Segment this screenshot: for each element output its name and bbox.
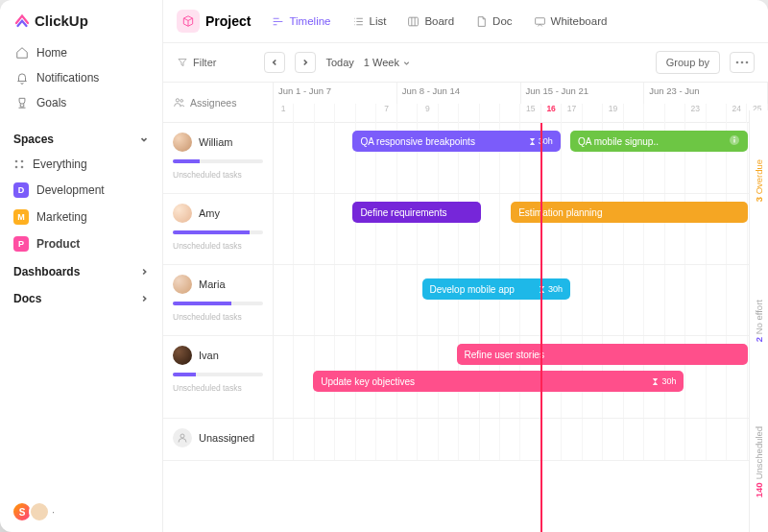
task-label: QA mobile signup..: [578, 136, 659, 147]
tab-whiteboard-label: Whiteboard: [551, 15, 608, 27]
day-label: [500, 104, 520, 123]
tab-list[interactable]: List: [345, 11, 395, 33]
tab-doc[interactable]: Doc: [468, 11, 519, 33]
count: 140: [754, 482, 764, 497]
lane-maria[interactable]: Develop mobile app 30h: [274, 265, 768, 335]
docs-header[interactable]: Docs: [0, 284, 162, 311]
sidebar: ClickUp Home Notifications Goals Spaces …: [0, 0, 163, 532]
svg-point-8: [746, 61, 749, 64]
task-define-requirements[interactable]: Define requirements: [352, 202, 481, 223]
assignee-name: Unassigned: [199, 432, 254, 444]
filter-icon: [177, 57, 188, 68]
presence-more: ·: [52, 506, 55, 518]
task-estimation-planning[interactable]: Estimation planning: [511, 202, 748, 223]
lane-amy[interactable]: Define requirements Estimation planning: [274, 194, 768, 264]
dashboards-header[interactable]: Dashboards: [0, 257, 162, 284]
avatar: [173, 346, 192, 365]
filter-button[interactable]: Filter: [177, 57, 216, 68]
task-hours: 30h: [651, 376, 676, 386]
lane-unassigned[interactable]: [274, 419, 768, 460]
nav-home[interactable]: Home: [8, 40, 155, 65]
trophy-icon: [15, 96, 29, 109]
tab-board[interactable]: Board: [399, 11, 462, 33]
day-label: [583, 104, 603, 123]
assignee-name: William: [199, 136, 232, 148]
space-development[interactable]: D Development: [0, 177, 162, 204]
assignee-name: Maria: [199, 278, 226, 290]
space-marketing[interactable]: M Marketing: [0, 204, 162, 230]
unscheduled-label[interactable]: Unscheduled tasks: [173, 312, 263, 322]
timeline-body: William Unscheduled tasks QA responsive …: [163, 123, 768, 532]
lane-william[interactable]: QA responsive breakpoints 30h QA mobile …: [274, 123, 768, 193]
row-ivan: Ivan Unscheduled tasks Refine user stori…: [163, 336, 768, 419]
more-icon: [735, 60, 749, 64]
range-selector[interactable]: 1 Week: [364, 57, 411, 68]
row-maria-header[interactable]: Maria Unscheduled tasks: [163, 265, 274, 335]
timeline-icon: [272, 15, 284, 28]
info-icon: [729, 134, 740, 148]
rail-unscheduled[interactable]: 140Unscheduled: [750, 392, 768, 532]
presence-bar[interactable]: S ·: [12, 501, 55, 522]
count: 2: [754, 337, 764, 342]
unscheduled-label[interactable]: Unscheduled tasks: [173, 170, 263, 180]
next-button[interactable]: [295, 52, 316, 73]
space-everything[interactable]: Everything: [0, 152, 162, 177]
space-everything-label: Everything: [33, 157, 87, 171]
project-title: Project: [205, 13, 251, 29]
capacity-bar: [173, 302, 263, 305]
spaces-header[interactable]: Spaces: [0, 125, 162, 152]
chevron-down-icon: [402, 59, 411, 67]
grouping-column-header[interactable]: Assignees: [163, 83, 274, 122]
nav-notifications[interactable]: Notifications: [8, 65, 155, 90]
day-label: [459, 104, 479, 123]
task-develop-mobile[interactable]: Develop mobile app 30h: [422, 278, 571, 300]
week-label: Jun 1 - Jun 7: [274, 83, 397, 104]
task-qa-mobile[interactable]: QA mobile signup..: [570, 131, 748, 152]
space-dev-label: Development: [36, 183, 105, 197]
space-prod-badge: P: [13, 236, 29, 252]
space-product[interactable]: P Product: [0, 230, 162, 257]
row-amy-header[interactable]: Amy Unscheduled tasks: [163, 194, 274, 264]
day-label: 15: [520, 104, 540, 123]
day-label: [315, 104, 335, 123]
chevron-right-icon: [300, 58, 310, 67]
svg-point-6: [736, 61, 739, 64]
bell-icon: [15, 71, 29, 85]
avatar: [173, 133, 192, 152]
task-refine-stories[interactable]: Refine user stories: [457, 344, 749, 365]
grid-icon: [13, 158, 25, 170]
capacity-bar: [173, 230, 263, 234]
day-label: [397, 104, 418, 123]
today-button[interactable]: Today: [325, 57, 353, 68]
rail-noeffort[interactable]: 2No effort: [750, 251, 768, 391]
hourglass-icon: [528, 137, 537, 146]
lane-ivan[interactable]: Refine user stories Update key objective…: [274, 336, 768, 418]
unscheduled-label[interactable]: Unscheduled tasks: [173, 383, 263, 393]
cube-icon: [181, 14, 195, 28]
task-label: QA responsive breakpoints: [360, 136, 475, 147]
row-william-header[interactable]: William Unscheduled tasks: [163, 123, 274, 193]
groupby-button[interactable]: Group by: [656, 51, 720, 74]
task-update-objectives[interactable]: Update key objectives 30h: [313, 371, 684, 392]
task-qa-responsive[interactable]: QA responsive breakpoints 30h: [352, 131, 560, 152]
svg-point-3: [21, 166, 24, 169]
tab-whiteboard[interactable]: Whiteboard: [526, 11, 615, 33]
row-ivan-header[interactable]: Ivan Unscheduled tasks: [163, 336, 274, 418]
nav-goals[interactable]: Goals: [8, 90, 155, 115]
prev-button[interactable]: [264, 52, 285, 73]
unscheduled-label[interactable]: Unscheduled tasks: [173, 241, 263, 251]
logo[interactable]: ClickUp: [0, 0, 162, 38]
clickup-logo-icon: [13, 12, 31, 29]
svg-point-9: [176, 99, 179, 102]
svg-point-14: [180, 434, 184, 438]
rail-overdue[interactable]: 3Overdue: [750, 110, 768, 251]
more-menu-button[interactable]: [730, 52, 755, 73]
row-unassigned-header[interactable]: Unassigned: [163, 419, 274, 460]
avatar-user[interactable]: [29, 501, 50, 522]
tab-timeline[interactable]: Timeline: [264, 11, 338, 33]
task-label: Define requirements: [360, 207, 446, 218]
avatar: [173, 275, 192, 294]
label: Unscheduled: [754, 426, 764, 479]
home-icon: [15, 46, 29, 60]
space-mkt-badge: M: [13, 209, 29, 225]
